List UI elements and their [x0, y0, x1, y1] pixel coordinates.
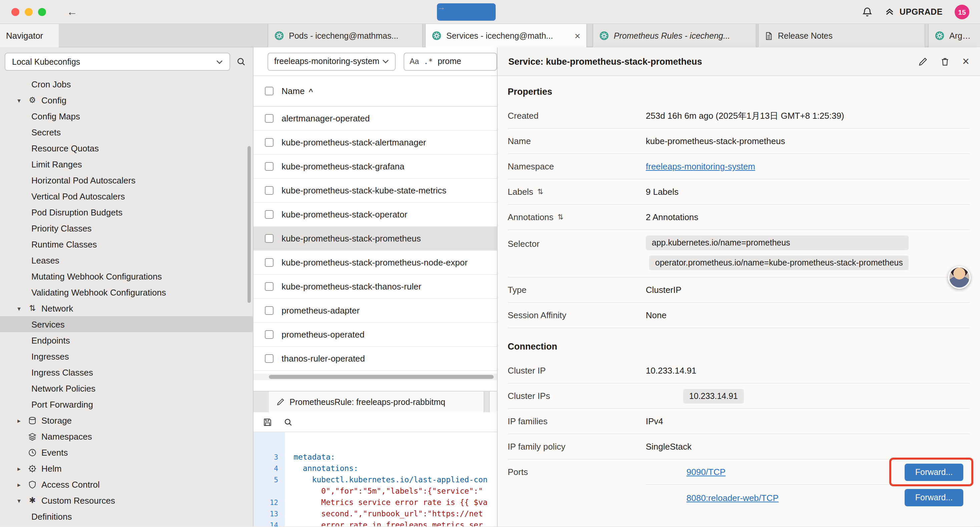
- table-row-selected[interactable]: kube-prometheus-stack-prometheus: [253, 227, 497, 251]
- expand-toggle-icon[interactable]: ⇅: [538, 188, 543, 196]
- sort-ascending-icon[interactable]: ^: [309, 87, 313, 95]
- expand-toggle-icon[interactable]: ⇅: [557, 213, 563, 221]
- table-row[interactable]: alertmanager-operated: [253, 107, 497, 131]
- sidebar-item-access-control[interactable]: ▸ Access Control: [0, 476, 253, 492]
- dock-tab-partial[interactable]: [489, 392, 497, 412]
- chevron-down-icon[interactable]: ▾: [15, 497, 23, 504]
- sidebar-item-helm[interactable]: ▸ Helm: [0, 460, 253, 476]
- table-row[interactable]: kube-prometheus-stack-operator: [253, 203, 497, 227]
- sidebar-item-definitions[interactable]: Definitions: [0, 508, 253, 524]
- sidebar-item-secrets[interactable]: Secrets: [0, 124, 253, 140]
- edit-pencil-icon[interactable]: [918, 56, 928, 66]
- row-checkbox[interactable]: [265, 258, 274, 267]
- sidebar-item-horizontal-pod-autoscalers[interactable]: Horizontal Pod Autoscalers: [0, 172, 253, 188]
- yaml-editor[interactable]: 3metadata: 4 annotations: 5 kubectl.kube…: [253, 432, 497, 526]
- back-icon[interactable]: ←: [67, 6, 77, 17]
- table-row[interactable]: prometheus-operated: [253, 323, 497, 347]
- save-icon[interactable]: [263, 417, 272, 427]
- trash-icon[interactable]: [940, 56, 950, 66]
- regex-toggle[interactable]: .*: [424, 57, 433, 66]
- table-row[interactable]: prometheus-adapter: [253, 299, 497, 323]
- tab-prometheus-rules[interactable]: Prometheus Rules - icecheng...: [592, 24, 757, 47]
- column-header-name[interactable]: Name: [282, 86, 305, 96]
- sidebar-item-services[interactable]: Services: [0, 316, 253, 332]
- sidebar-item-namespaces[interactable]: Namespaces: [0, 428, 253, 444]
- editor-search-icon[interactable]: [283, 417, 293, 427]
- row-checkbox[interactable]: [265, 306, 274, 315]
- row-checkbox[interactable]: [265, 162, 274, 171]
- sidebar-item-vertical-pod-autoscalers[interactable]: Vertical Pod Autoscalers: [0, 188, 253, 204]
- table-row[interactable]: kube-prometheus-stack-alertmanager: [253, 131, 497, 155]
- forward-button[interactable]: Forward...: [905, 489, 963, 506]
- sidebar-item-ingress-classes[interactable]: Ingress Classes: [0, 364, 253, 380]
- row-checkbox[interactable]: [265, 354, 274, 363]
- notification-badge[interactable]: 15: [955, 4, 969, 19]
- sidebar-item-mutating-webhook-configurations[interactable]: Mutating Webhook Configurations: [0, 268, 253, 284]
- chevron-down-icon[interactable]: ▾: [15, 304, 23, 312]
- sidebar-item-pod-disruption-budgets[interactable]: Pod Disruption Budgets: [0, 204, 253, 220]
- sidebar-item-network[interactable]: ▾ ⇅ Network: [0, 300, 253, 316]
- search-box[interactable]: Aa .* prome: [404, 53, 497, 70]
- sidebar-item-priority-classes[interactable]: Priority Classes: [0, 220, 253, 236]
- port-link[interactable]: 8080:reloader-web/TCP: [686, 493, 778, 503]
- notifications-bell-icon[interactable]: [862, 6, 873, 17]
- tab-services[interactable]: Services - icecheng@math... ×: [425, 24, 587, 47]
- row-checkbox[interactable]: [265, 282, 274, 291]
- horizontal-scrollbar[interactable]: [253, 374, 497, 380]
- sidebar-item-limit-ranges[interactable]: Limit Ranges: [0, 156, 253, 172]
- tab-argo[interactable]: Argo S: [928, 24, 980, 47]
- row-checkbox[interactable]: [265, 114, 274, 123]
- avatar[interactable]: [948, 266, 970, 289]
- chevron-right-icon[interactable]: ▸: [15, 481, 23, 488]
- row-checkbox[interactable]: [265, 330, 274, 339]
- scrollbar-thumb[interactable]: [269, 375, 494, 379]
- sidebar-item-runtime-classes[interactable]: Runtime Classes: [0, 236, 253, 252]
- close-window-button[interactable]: [11, 8, 19, 16]
- select-all-checkbox[interactable]: [265, 87, 274, 96]
- match-case-toggle[interactable]: Aa: [410, 57, 419, 65]
- sidebar-item-config-maps[interactable]: Config Maps: [0, 108, 253, 124]
- table-row[interactable]: kube-prometheus-stack-thanos-ruler: [253, 275, 497, 299]
- sidebar-item-ingresses[interactable]: Ingresses: [0, 348, 253, 364]
- tab-release-notes[interactable]: Release Notes: [758, 24, 925, 47]
- table-row[interactable]: kube-prometheus-stack-grafana: [253, 155, 497, 179]
- sidebar-item-resource-quotas[interactable]: Resource Quotas: [0, 140, 253, 156]
- sidebar-item-config[interactable]: ▾ ⚙ Config: [0, 92, 253, 108]
- sidebar-item-endpoints[interactable]: Endpoints: [0, 332, 253, 348]
- row-checkbox[interactable]: [265, 138, 274, 147]
- sidebar-item-port-forwarding[interactable]: Port Forwarding: [0, 396, 253, 412]
- sidebar-scrollbar[interactable]: [248, 146, 251, 303]
- tab-pods[interactable]: Pods - icecheng@mathmas...: [267, 24, 423, 47]
- close-drawer-icon[interactable]: ×: [963, 56, 969, 67]
- port-link[interactable]: 9090/TCP: [686, 467, 725, 477]
- sidebar-item-network-policies[interactable]: Network Policies: [0, 380, 253, 396]
- table-row[interactable]: thanos-ruler-operated: [253, 347, 497, 371]
- chevron-right-icon[interactable]: ▸: [15, 465, 23, 472]
- cluster-ip-chip: 10.233.14.91: [683, 388, 744, 403]
- sidebar-item-custom-resources[interactable]: ▾ ✱ Custom Resources: [0, 492, 253, 508]
- chevron-right-icon[interactable]: ▸: [15, 417, 23, 424]
- minimize-window-button[interactable]: [25, 8, 33, 16]
- row-checkbox[interactable]: [265, 186, 274, 195]
- sidebar-item-storage[interactable]: ▸ Storage: [0, 412, 253, 428]
- kubeconfig-selector[interactable]: Local Kubeconfigs: [5, 53, 230, 71]
- table-row[interactable]: kube-prometheus-stack-prometheus-node-ex…: [253, 251, 497, 275]
- sidebar-item-leases[interactable]: Leases: [0, 252, 253, 268]
- search-icon[interactable]: [236, 57, 246, 67]
- forward-icon[interactable]: →: [437, 3, 496, 20]
- row-checkbox[interactable]: [265, 234, 274, 243]
- sidebar-item-validating-webhook-configurations[interactable]: Validating Webhook Configurations: [0, 284, 253, 300]
- row-checkbox[interactable]: [265, 210, 274, 219]
- sidebar-item-events[interactable]: Events: [0, 444, 253, 460]
- search-query[interactable]: prome: [438, 57, 461, 66]
- dock-tab-prometheusrule[interactable]: PrometheusRule: freeleaps-prod-rabbitmq: [269, 392, 484, 412]
- table-row[interactable]: kube-prometheus-stack-kube-state-metrics: [253, 179, 497, 203]
- forward-button[interactable]: Forward...: [905, 463, 963, 481]
- chevron-down-icon[interactable]: ▾: [15, 96, 23, 104]
- close-icon[interactable]: ×: [574, 30, 581, 41]
- upgrade-button[interactable]: UPGRADE: [885, 7, 943, 17]
- namespace-selector[interactable]: freeleaps-monitoring-system: [267, 53, 396, 70]
- sidebar-item-cron-jobs[interactable]: Cron Jobs: [0, 76, 253, 92]
- namespace-link[interactable]: freeleaps-monitoring-system: [646, 161, 755, 172]
- maximize-window-button[interactable]: [38, 8, 46, 16]
